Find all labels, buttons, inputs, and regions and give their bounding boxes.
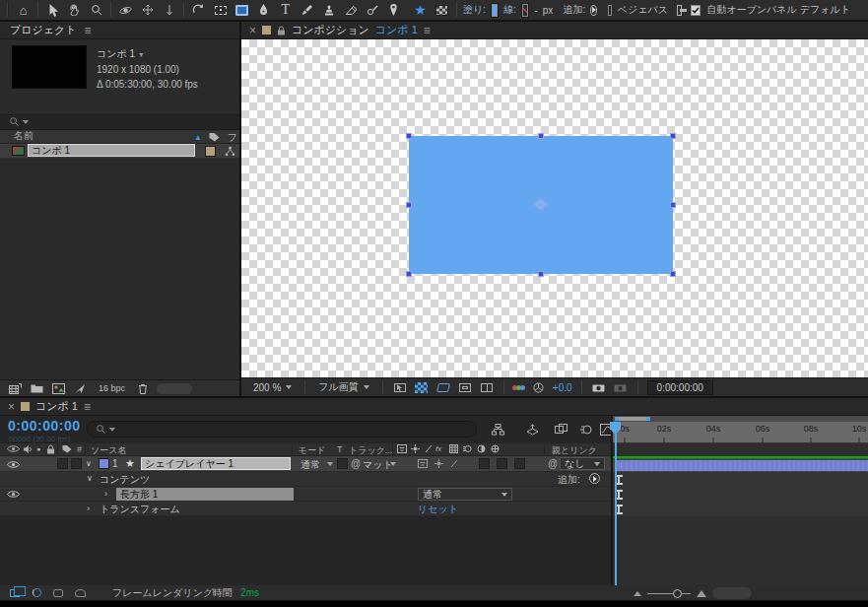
layer-switch-well[interactable]: [514, 458, 525, 469]
project-search-field[interactable]: [0, 114, 239, 130]
clone-stamp-tool[interactable]: [318, 1, 339, 19]
layer-track-row[interactable]: [613, 456, 868, 472]
toolbar-grip[interactable]: [7, 3, 9, 17]
selection-handle-mid-left[interactable]: [406, 202, 412, 208]
composition-tab-title[interactable]: コンポジション: [292, 23, 369, 37]
timeline-tab-title[interactable]: コンポ 1: [35, 399, 78, 414]
group-expander[interactable]: ∨: [87, 474, 93, 483]
fill-label[interactable]: 塗り:: [463, 3, 486, 17]
preview-cache-icon[interactable]: [30, 587, 43, 599]
sort-ascending-icon[interactable]: ▲: [194, 133, 202, 142]
rectangle-tool[interactable]: [232, 1, 252, 19]
type-tool[interactable]: T: [275, 1, 296, 19]
frame-blending-button[interactable]: [552, 422, 569, 437]
hand-tool[interactable]: [64, 1, 85, 19]
project-item-row[interactable]: コンポ 1: [0, 144, 239, 159]
layer-name-field[interactable]: シェイプレイヤー 1: [141, 457, 291, 470]
composition-viewport[interactable]: [241, 39, 868, 377]
audio-column-icon[interactable]: [23, 444, 33, 454]
3d-switch-icon[interactable]: [491, 444, 500, 453]
layer-shy-switch[interactable]: [418, 459, 428, 468]
draft-3d-button[interactable]: [523, 422, 541, 437]
timeline-track-area[interactable]: 0s 02s 04s 06s 08s 10s: [611, 416, 868, 585]
exposure-reset-button[interactable]: [531, 380, 547, 394]
layer-row[interactable]: ∨ 1 ★ シェイプレイヤー 1 通常 @ マット @ なし: [0, 456, 611, 472]
solo-column-icon[interactable]: ●: [36, 445, 40, 452]
rectangle-group-name[interactable]: 長方形 1: [116, 488, 294, 501]
workspace-default-button[interactable]: デフォルト: [800, 3, 850, 17]
new-composition-icon[interactable]: [52, 383, 65, 394]
selection-tool[interactable]: [42, 1, 63, 19]
auto-open-panel-checkbox[interactable]: [691, 5, 701, 16]
dolly-camera-tool[interactable]: [159, 1, 179, 19]
rotation-tool[interactable]: [188, 1, 209, 19]
layer-duration-bar[interactable]: [616, 460, 868, 471]
slow-render-snail-icon[interactable]: [73, 587, 87, 599]
transform-reset-link[interactable]: リセット: [418, 503, 458, 516]
orbit-camera-tool[interactable]: [115, 1, 136, 19]
layer-collapse-switch[interactable]: [434, 459, 443, 468]
puppet-pin-tool[interactable]: [383, 1, 404, 19]
search-options-caret[interactable]: [23, 120, 29, 124]
layer-switch-well[interactable]: [71, 458, 82, 469]
zoom-tool[interactable]: [86, 1, 106, 19]
label-column-icon[interactable]: [62, 444, 72, 453]
group-visibility-eye-icon[interactable]: [7, 490, 20, 499]
lock-icon[interactable]: [277, 26, 286, 35]
track-matte-pick-icon[interactable]: @: [351, 458, 361, 469]
exposure-value[interactable]: +0.0: [553, 382, 572, 393]
pan-zoom-button[interactable]: [392, 380, 408, 394]
timeline-options-pill[interactable]: [712, 587, 752, 599]
rectangle-blend-mode-dropdown[interactable]: 通常: [418, 488, 512, 501]
motion-blur-button[interactable]: [577, 422, 595, 437]
project-list-header[interactable]: 名前 ▲ フ: [0, 130, 239, 144]
comp-info-dropdown-icon[interactable]: ▼: [138, 51, 145, 58]
transform-group-label[interactable]: トランスフォーム: [100, 503, 180, 516]
interpret-footage-icon[interactable]: [9, 383, 22, 394]
transform-group-row[interactable]: › トランスフォーム リセット: [0, 502, 611, 516]
tab-close-icon[interactable]: ×: [249, 24, 256, 37]
magnification-dropdown[interactable]: 200 %: [249, 381, 296, 394]
rectangle-group-row[interactable]: › 長方形 1 通常: [0, 487, 611, 502]
transparency-grid-toggle[interactable]: [414, 380, 430, 394]
group-expander[interactable]: ›: [104, 489, 107, 499]
render-settings-icon[interactable]: [51, 587, 65, 599]
anchor-point-icon[interactable]: [533, 197, 549, 213]
composition-flowchart-button[interactable]: [489, 422, 506, 437]
shape-layer-rectangle[interactable]: [409, 136, 673, 274]
add-shape-menu-button[interactable]: [590, 5, 597, 16]
track-matte-dropdown[interactable]: マット: [363, 458, 393, 472]
stroke-width-value[interactable]: -: [534, 5, 537, 16]
label-column-icon[interactable]: [209, 132, 220, 142]
pan-camera-tool[interactable]: [137, 1, 158, 19]
eraser-tool[interactable]: [340, 1, 361, 19]
effects-switch-icon[interactable]: fx: [435, 444, 441, 453]
pan-behind-anchor-tool[interactable]: [210, 1, 231, 19]
new-folder-icon[interactable]: [31, 383, 43, 393]
playhead-line[interactable]: [615, 422, 617, 585]
project-item-name[interactable]: コンポ 1: [28, 144, 195, 157]
star-toggle-button[interactable]: ★: [410, 1, 431, 19]
preview-timecode[interactable]: 0:00:00:00: [647, 380, 713, 395]
contents-group-row[interactable]: ∨ コンテンツ 追加:: [0, 472, 611, 487]
panel-menu-icon[interactable]: ≡: [424, 24, 431, 37]
zoom-slider-knob[interactable]: [673, 589, 682, 598]
column-name-label[interactable]: 名前: [14, 129, 33, 143]
selection-handle-top-right[interactable]: [670, 133, 676, 139]
selection-handle-bottom-right[interactable]: [670, 271, 676, 277]
preserve-transparency-well[interactable]: [337, 458, 348, 469]
collapse-switch-icon[interactable]: [411, 444, 420, 453]
bezier-path-checkbox[interactable]: [608, 5, 612, 16]
parent-link-dropdown[interactable]: なし: [560, 457, 605, 470]
bpc-button[interactable]: 16 bpc: [95, 382, 129, 394]
preserve-transparency-column[interactable]: T: [337, 444, 343, 454]
layer-blend-mode[interactable]: 通常: [300, 458, 320, 472]
show-snapshot-button[interactable]: [613, 380, 629, 394]
footer-pill-button[interactable]: [157, 383, 192, 394]
quality-switch-icon[interactable]: [425, 444, 433, 453]
home-button[interactable]: ⌂: [13, 1, 33, 19]
selection-handle-top-left[interactable]: [406, 133, 412, 139]
selection-handle-bottom-left[interactable]: [406, 271, 412, 277]
shy-switch-icon[interactable]: [397, 444, 407, 453]
parent-pickwhip-icon[interactable]: @: [548, 458, 558, 469]
